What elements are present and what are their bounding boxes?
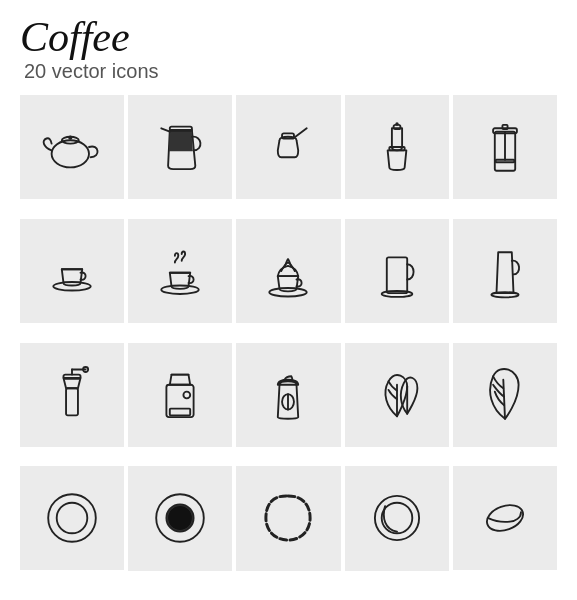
svg-point-6 (395, 123, 398, 126)
page-title: Coffee (20, 14, 130, 60)
icon-grid (20, 95, 557, 586)
icon-takeaway-cup (236, 343, 340, 447)
icon-coffee-cup-top (128, 466, 232, 570)
icon-moka-pot (345, 95, 449, 199)
icon-coffee-ring (236, 466, 340, 570)
svg-rect-3 (170, 127, 192, 131)
icon-coffee-leaves (345, 343, 449, 447)
icon-turkish-cezve (236, 95, 340, 199)
icon-tall-mug (345, 219, 449, 323)
svg-rect-19 (386, 257, 406, 293)
svg-point-39 (168, 506, 192, 530)
icon-coffee-carafe (128, 95, 232, 199)
icon-french-press (453, 95, 557, 199)
icon-hand-grinder (20, 343, 124, 447)
icon-teapot (20, 95, 124, 199)
icon-cup-saucer-empty (20, 219, 124, 323)
svg-point-30 (184, 391, 191, 398)
svg-point-35 (48, 495, 96, 543)
icon-cappuccino (236, 219, 340, 323)
svg-point-36 (57, 503, 88, 534)
svg-rect-10 (502, 125, 507, 129)
svg-rect-12 (496, 160, 515, 163)
icon-tall-glass (453, 219, 557, 323)
svg-point-21 (491, 292, 518, 297)
svg-point-2 (68, 136, 72, 140)
icon-cup-steam (128, 219, 232, 323)
icon-coffee-bean-circle (345, 466, 449, 570)
icon-coffee-leaf-single (453, 343, 557, 447)
svg-rect-29 (170, 408, 190, 415)
icon-saucer-top-view (20, 466, 124, 570)
svg-rect-22 (66, 388, 78, 415)
icon-coffee-bean (453, 466, 557, 570)
icon-box-grinder (128, 343, 232, 447)
svg-line-34 (503, 379, 505, 418)
svg-point-41 (381, 503, 412, 534)
page-subtitle: 20 vector icons (24, 60, 159, 83)
